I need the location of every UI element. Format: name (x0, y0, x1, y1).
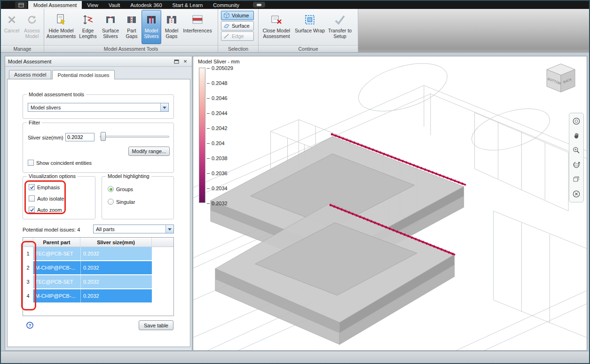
emphasis-checkbox[interactable]: Emphasis (29, 184, 60, 190)
model-gaps-label: Model Gaps (162, 28, 181, 39)
auto-zoom-checkbox[interactable]: Auto zoom (29, 207, 62, 213)
show-coincident-checkbox[interactable]: Show coincident entities (28, 160, 92, 166)
panel-titlebar[interactable]: Model Assessment × (5, 56, 192, 67)
parts-filter-dropdown-value: All parts (94, 225, 165, 233)
view-box-button[interactable] (571, 174, 582, 185)
help-button[interactable]: ? (26, 322, 33, 329)
header-parent-part[interactable]: Parent part (33, 238, 80, 247)
slider-track (100, 136, 169, 138)
selection-surface-button[interactable]: Surface (221, 21, 254, 31)
checkbox-checked-icon (29, 184, 35, 190)
legend-tick: 0.2036 (207, 170, 228, 176)
steering-wheel-icon (572, 116, 581, 126)
row-parent-part: TEC@PCB-SET (33, 247, 80, 260)
assessment-tool-dropdown[interactable]: Model slivers (28, 103, 169, 112)
sliver-size-label: Sliver size(mm) (28, 135, 63, 140)
parts-filter-dropdown[interactable]: All parts (93, 225, 174, 233)
view-cube[interactable]: BOTTOM BACK (543, 61, 579, 99)
table-row[interactable]: 1 TEC@PCB-SET 0.2032 (23, 247, 173, 260)
edge-lengths-button[interactable]: Edge Lengths (77, 10, 99, 44)
row-parent-part: M-CHIP@PCB-... (33, 261, 80, 274)
close-model-assessment-button[interactable]: Close Model Assessment (260, 10, 293, 44)
ribbon-tab-community[interactable]: Community (208, 1, 244, 9)
modify-range-button[interactable]: Modify range... (128, 147, 170, 156)
surface-slivers-icon (105, 12, 116, 27)
app-menu-button[interactable] (15, 1, 27, 8)
checkbox-checked-icon (29, 207, 35, 213)
surface-wrap-button[interactable]: Surface Wrap (293, 10, 326, 44)
singular-radio[interactable]: Singular (108, 199, 135, 205)
legend-tick: 0.2046 (207, 95, 228, 101)
ribbon-tab-vault[interactable]: Vault (103, 1, 125, 9)
pan-button[interactable] (571, 130, 582, 141)
legend-tick: 0.205029 (207, 65, 233, 71)
view-box-icon (572, 175, 581, 184)
sliver-size-slider[interactable] (100, 132, 169, 141)
ribbon-tab-view[interactable]: View (82, 1, 103, 9)
surface-wrap-label: Surface Wrap (295, 28, 325, 33)
3d-viewport-scene[interactable] (193, 56, 587, 351)
panel-float-button[interactable] (173, 58, 180, 65)
ribbon-options-button[interactable] (253, 2, 265, 8)
group-filter-label: Filter (27, 120, 42, 125)
selection-edge-label: Edge (232, 33, 244, 39)
issues-table[interactable]: Parent part Sliver size(mm) 1 TEC@PCB-SE… (23, 237, 174, 316)
legend-tick: 0.2042 (207, 125, 228, 131)
legend-tick: 0.2032 (207, 201, 228, 206)
ribbon-tab-start-learn[interactable]: Start & Learn (167, 1, 208, 9)
radio-icon (108, 199, 114, 205)
ribbon-group-selection: Volume Surface Edge Selection (218, 9, 259, 52)
app-icon (18, 3, 24, 8)
tab-potential-model-issues[interactable]: Potential model issues (52, 70, 114, 79)
save-table-button[interactable]: Save table (139, 320, 173, 330)
dropdown-arrow-icon (165, 225, 173, 233)
assess-model-button[interactable]: Assess Model (22, 10, 42, 44)
surface-slivers-button[interactable]: Surface Slivers (99, 10, 122, 44)
auto-isolate-checkbox[interactable]: Auto isolate (29, 195, 64, 201)
table-row[interactable]: 2 M-CHIP@PCB-... 0.2032 (23, 261, 173, 274)
selection-volume-button[interactable]: Volume (221, 11, 254, 20)
assessment-tool-dropdown-value: Model slivers (28, 103, 160, 111)
cancel-button[interactable]: Cancel (2, 10, 21, 44)
close-navbar-button[interactable] (571, 188, 582, 200)
ribbon-tab-model-assessment[interactable]: Model Assessment (28, 1, 82, 9)
groups-radio[interactable]: Groups (108, 186, 133, 192)
transfer-to-setup-button[interactable]: Transfer to Setup (327, 10, 353, 44)
orbit-button[interactable] (571, 159, 582, 170)
titlebar: Model Assessment View Vault Autodesk 360… (1, 1, 589, 9)
transfer-to-setup-label: Transfer to Setup (327, 28, 353, 39)
tab-assess-model[interactable]: Assess model (9, 70, 51, 79)
header-row-number[interactable] (23, 238, 33, 247)
part-gaps-button[interactable]: Part Gaps (122, 10, 141, 44)
ribbon-tab-autodesk-360[interactable]: Autodesk 360 (125, 1, 167, 9)
row-sliver-size: 0.2032 (80, 289, 152, 302)
hide-model-assessments-label: Hide Model Assessments (46, 28, 76, 39)
hide-model-assessments-button[interactable]: Hide Model Assessments (46, 10, 77, 44)
panel-close-button[interactable]: × (181, 58, 189, 65)
model-slivers-icon (146, 12, 157, 27)
cancel-button-label: Cancel (4, 28, 20, 33)
zoom-icon (572, 146, 581, 155)
ribbon-group-label-manage: Manage (1, 45, 44, 52)
dropdown-arrow-icon (160, 103, 168, 111)
issues-count-label: Potential model issues: 4 (23, 227, 80, 232)
slider-thumb[interactable] (101, 132, 106, 141)
row-number: 3 (23, 275, 33, 288)
row-number: 1 (23, 247, 33, 260)
table-row[interactable]: 4 M-CHIP@PCB-... 0.2032 (23, 289, 173, 302)
model-gaps-button[interactable]: Model Gaps (162, 10, 181, 44)
model-gaps-icon (166, 12, 177, 27)
selection-edge-button[interactable]: Edge (221, 31, 254, 41)
sliver-size-input[interactable] (65, 133, 94, 141)
legend-tick: 0.2034 (207, 186, 228, 191)
table-row[interactable]: 3 TEC@PCB-SET 0.2032 (23, 275, 173, 288)
zoom-button[interactable] (571, 145, 582, 156)
steering-wheel-button[interactable] (571, 116, 582, 127)
header-sliver-size[interactable]: Sliver size(mm) (80, 238, 152, 247)
model-slivers-button[interactable]: Model Slivers (142, 10, 161, 44)
assess-model-button-label: Assess Model (22, 28, 42, 39)
row-number: 4 (23, 289, 33, 302)
ribbon-group-label-continue: Continue (259, 45, 358, 52)
part-gaps-label: Part Gaps (123, 28, 141, 39)
interferences-button[interactable]: Interferences (182, 10, 213, 44)
